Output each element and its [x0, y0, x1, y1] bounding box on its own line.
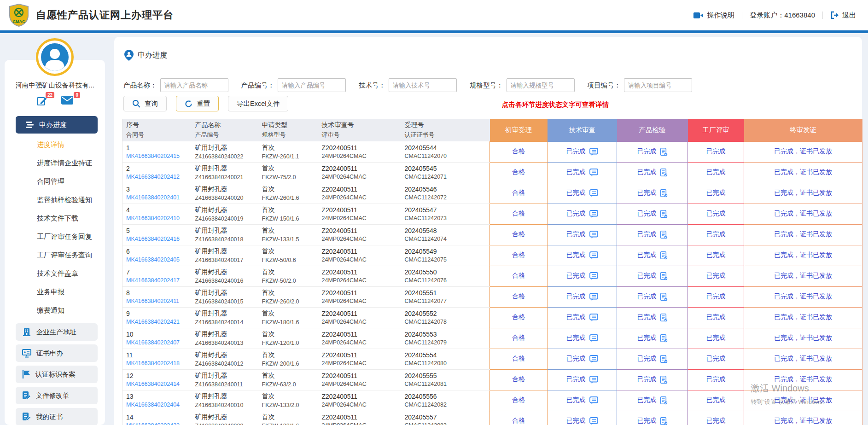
status-factory-review[interactable]: 已完成 [688, 390, 744, 411]
chat-icon[interactable] [589, 189, 598, 197]
status-final-issue[interactable]: 已完成，证书已发放 [744, 411, 862, 425]
sidebar-item-my-certificates[interactable]: 我的证书 [16, 408, 98, 425]
submenu-item[interactable]: 进度详情企业持证 [5, 154, 105, 172]
chat-icon[interactable] [589, 148, 598, 156]
sidebar-item-production-address[interactable]: 企业生产地址 [16, 323, 98, 341]
mail-button[interactable]: 0 [61, 96, 73, 109]
submenu-item[interactable]: 技术文件下载 [5, 209, 105, 227]
report-doc-icon[interactable] [660, 314, 668, 322]
submenu-item[interactable]: 合同管理 [5, 172, 105, 191]
status-first-review[interactable]: 合格 [490, 204, 548, 224]
status-first-review[interactable]: 合格 [490, 349, 548, 369]
status-tech-audit[interactable]: 已完成 [548, 204, 617, 224]
status-product-inspection[interactable]: 已完成 [617, 141, 688, 162]
chat-icon[interactable] [589, 210, 598, 218]
status-final-issue[interactable]: 已完成，证书已发放 [744, 224, 862, 245]
product-no-input[interactable] [278, 78, 346, 92]
status-tech-audit[interactable]: 已完成 [548, 328, 617, 349]
status-factory-review[interactable]: 已完成 [688, 328, 744, 349]
status-first-review[interactable]: 合格 [490, 162, 548, 183]
report-doc-icon[interactable] [660, 251, 668, 260]
status-final-issue[interactable]: 已完成，证书已发放 [744, 266, 862, 286]
status-tech-audit[interactable]: 已完成 [548, 183, 617, 204]
status-factory-review[interactable]: 已完成 [688, 141, 744, 162]
submenu-item[interactable]: 工厂评审任务回复 [5, 227, 105, 246]
report-doc-icon[interactable] [660, 396, 668, 405]
report-doc-icon[interactable] [660, 210, 668, 218]
contract-link[interactable]: MK41663840202421 [126, 319, 192, 325]
submenu-item[interactable]: 业务申报 [5, 283, 105, 301]
sidebar-item-certificate-apply[interactable]: 证书申办 [16, 344, 98, 362]
status-tech-audit[interactable]: 已完成 [548, 224, 617, 245]
status-tech-audit[interactable]: 已完成 [548, 349, 617, 369]
avatar[interactable] [36, 38, 74, 76]
contract-link[interactable]: MK41663840202407 [126, 339, 192, 346]
status-factory-review[interactable]: 已完成 [688, 411, 744, 425]
contract-link[interactable]: MK41663840202416 [126, 236, 192, 242]
status-first-review[interactable]: 合格 [490, 369, 548, 390]
status-factory-review[interactable]: 已完成 [688, 286, 744, 307]
status-final-issue[interactable]: 已完成，证书已发放 [744, 183, 862, 204]
report-doc-icon[interactable] [660, 189, 668, 198]
sidebar-item-mark-filing[interactable]: 认证标识备案 [16, 366, 98, 383]
status-first-review[interactable]: 合格 [490, 245, 548, 266]
status-first-review[interactable]: 合格 [490, 141, 548, 162]
status-first-review[interactable]: 合格 [490, 286, 548, 307]
status-product-inspection[interactable]: 已完成 [617, 307, 688, 328]
status-product-inspection[interactable]: 已完成 [617, 224, 688, 245]
report-doc-icon[interactable] [660, 148, 668, 156]
status-tech-audit[interactable]: 已完成 [548, 141, 617, 162]
status-product-inspection[interactable]: 已完成 [617, 286, 688, 307]
status-first-review[interactable]: 合格 [490, 224, 548, 245]
search-button[interactable]: 查询 [123, 96, 167, 111]
submenu-item[interactable]: 监督抽样检验通知 [5, 191, 105, 209]
status-final-issue[interactable]: 已完成，证书已发放 [744, 349, 862, 369]
reset-button[interactable]: 重置 [176, 96, 219, 111]
status-product-inspection[interactable]: 已完成 [617, 183, 688, 204]
status-final-issue[interactable]: 已完成，证书已发放 [744, 204, 862, 224]
status-final-issue[interactable]: 已完成，证书已发放 [744, 369, 862, 390]
status-tech-audit[interactable]: 已完成 [548, 286, 617, 307]
status-first-review[interactable]: 合格 [490, 266, 548, 286]
project-no-input[interactable] [624, 78, 692, 92]
tech-no-input[interactable] [389, 78, 457, 92]
chat-icon[interactable] [589, 396, 598, 404]
status-first-review[interactable]: 合格 [490, 328, 548, 349]
status-tech-audit[interactable]: 已完成 [548, 162, 617, 183]
contract-link[interactable]: MK41663840202411 [126, 298, 192, 304]
status-final-issue[interactable]: 已完成，证书已发放 [744, 307, 862, 328]
status-factory-review[interactable]: 已完成 [688, 369, 744, 390]
status-tech-audit[interactable]: 已完成 [548, 307, 617, 328]
contract-link[interactable]: MK41663840202415 [126, 153, 192, 159]
model-input[interactable] [507, 78, 575, 92]
status-product-inspection[interactable]: 已完成 [617, 390, 688, 411]
chat-icon[interactable] [589, 272, 598, 280]
status-tech-audit[interactable]: 已完成 [548, 369, 617, 390]
contract-link[interactable]: MK41663840202417 [126, 277, 192, 284]
status-factory-review[interactable]: 已完成 [688, 224, 744, 245]
status-product-inspection[interactable]: 已完成 [617, 245, 688, 266]
sidebar-item-doc-modification[interactable]: 文件修改单 [16, 387, 98, 404]
chat-icon[interactable] [589, 231, 598, 239]
status-first-review[interactable]: 合格 [490, 411, 548, 425]
report-doc-icon[interactable] [660, 417, 668, 425]
chat-icon[interactable] [589, 293, 598, 301]
chat-icon[interactable] [589, 334, 598, 342]
status-factory-review[interactable]: 已完成 [688, 266, 744, 286]
status-tech-audit[interactable]: 已完成 [548, 411, 617, 425]
report-doc-icon[interactable] [660, 334, 668, 343]
status-product-inspection[interactable]: 已完成 [617, 204, 688, 224]
contract-link[interactable]: MK41663840202422 [126, 422, 192, 425]
status-product-inspection[interactable]: 已完成 [617, 266, 688, 286]
status-tech-audit[interactable]: 已完成 [548, 245, 617, 266]
chat-icon[interactable] [589, 314, 598, 321]
contract-link[interactable]: MK41663840202401 [126, 194, 192, 201]
status-factory-review[interactable]: 已完成 [688, 349, 744, 369]
status-tech-audit[interactable]: 已完成 [548, 390, 617, 411]
report-doc-icon[interactable] [660, 272, 668, 280]
status-product-inspection[interactable]: 已完成 [617, 349, 688, 369]
contract-link[interactable]: MK41663840202404 [126, 402, 192, 408]
status-product-inspection[interactable]: 已完成 [617, 162, 688, 183]
status-first-review[interactable]: 合格 [490, 390, 548, 411]
submenu-item[interactable]: 缴费通知 [5, 301, 105, 320]
